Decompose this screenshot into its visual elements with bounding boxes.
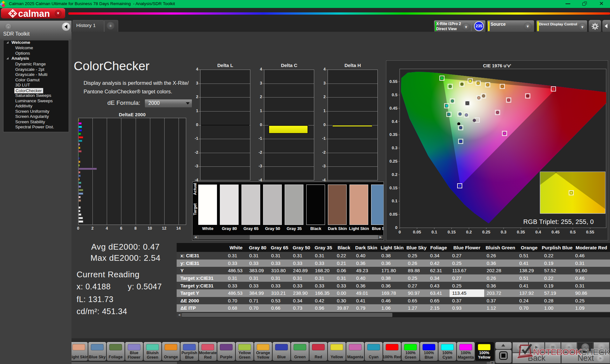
- svg-text:0.1: 0.1: [392, 199, 397, 203]
- svg-text:0.15: 0.15: [390, 185, 397, 190]
- svg-text:0.45: 0.45: [390, 106, 397, 111]
- svg-text:0.5: 0.5: [570, 230, 576, 234]
- svg-text:0.25: 0.25: [482, 230, 490, 234]
- svg-text:0.35: 0.35: [517, 230, 525, 234]
- svg-text:0: 0: [395, 225, 397, 230]
- svg-text:0.55: 0.55: [390, 79, 397, 84]
- svg-text:0.4: 0.4: [535, 230, 541, 234]
- svg-text:0.05: 0.05: [390, 212, 397, 217]
- svg-text:0.3: 0.3: [392, 145, 397, 150]
- svg-text:0.4: 0.4: [392, 119, 398, 124]
- svg-text:RGB Triplet: 255, 255, 0: RGB Triplet: 255, 255, 0: [523, 218, 594, 225]
- svg-text:0.2: 0.2: [392, 172, 397, 177]
- svg-text:0.35: 0.35: [390, 132, 397, 137]
- svg-text:0.05: 0.05: [413, 230, 421, 234]
- svg-text:0.5: 0.5: [392, 92, 397, 97]
- svg-text:CHECK: CHECK: [581, 347, 610, 357]
- svg-text:0.55: 0.55: [586, 230, 594, 234]
- svg-text:0.3: 0.3: [501, 230, 506, 234]
- svg-text:0.45: 0.45: [552, 230, 559, 234]
- svg-text:0.25: 0.25: [390, 159, 397, 164]
- svg-text:NOTEBOOK: NOTEBOOK: [533, 347, 582, 357]
- svg-text:0: 0: [398, 230, 401, 234]
- svg-text:0.15: 0.15: [448, 230, 456, 234]
- svg-text:0.2: 0.2: [466, 230, 472, 234]
- svg-text:0.1: 0.1: [431, 230, 437, 234]
